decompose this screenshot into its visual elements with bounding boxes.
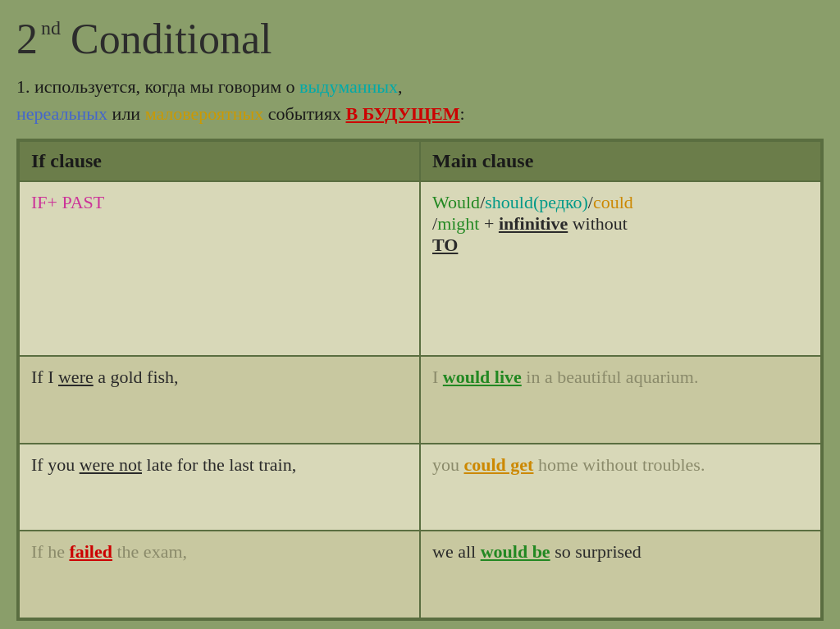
title-text: Conditional (71, 15, 272, 63)
table-row: If I were a gold fish, I would live in a… (19, 356, 821, 444)
desc-plain-1: 1. используется, когда мы говорим о (16, 76, 299, 97)
header-if-clause: If clause (19, 141, 420, 181)
table-header-row: If clause Main clause (19, 141, 821, 181)
title-number: 2 (16, 15, 38, 63)
were-not-text: were not (80, 454, 142, 475)
desc-colon: : (460, 103, 465, 124)
without-text: without (568, 213, 628, 234)
main-cell-4: we all would be so surprised (420, 531, 821, 618)
description-text: 1. используется, когда мы говорим о выду… (16, 73, 824, 127)
header-main-clause: Main clause (420, 141, 821, 181)
to-text: TO (432, 235, 458, 255)
could-get-text: could get (464, 454, 534, 475)
plus-text: + (479, 213, 498, 234)
grammar-table-wrapper: If clause Main clause IF+ PAST Would/sho… (16, 139, 824, 621)
exam-text: the exam, (112, 541, 187, 562)
desc-red-word: В БУДУЩЕМ (346, 103, 460, 124)
late-text: late for the last train, (142, 454, 296, 475)
table-row: IF+ PAST Would/should(редко)/could /migh… (19, 181, 821, 356)
if-cell-4: If he failed the exam, (19, 531, 420, 618)
table-row: If you were not late for the last train,… (19, 444, 821, 531)
desc-gold-word: маловероятных (145, 103, 264, 124)
could-text: could (593, 192, 633, 212)
title-superscript: nd (41, 18, 61, 38)
if-i-text: If I (31, 367, 58, 387)
if-he-text: If he (31, 541, 69, 562)
if-cell-3: If you were not late for the last train, (19, 444, 420, 531)
desc-cyan-word: выдуманных (299, 76, 398, 97)
aquarium-text-faded: in a beautiful aquarium. (522, 367, 699, 387)
should-text: should(редко) (485, 192, 588, 212)
surprised-text: so surprised (550, 541, 641, 562)
if-you-text: If you (31, 454, 80, 475)
were-text: were (58, 367, 94, 387)
if-past-label: IF+ PAST (31, 192, 104, 212)
we-all-text: we all (432, 541, 481, 562)
you-text-faded: you (432, 454, 464, 475)
gold-fish-text: a gold fish, (94, 367, 179, 387)
desc-plain-2: или (107, 103, 145, 124)
failed-text: failed (69, 541, 112, 562)
table-row: If he failed the exam, we all would be s… (19, 531, 821, 618)
might-text: might (437, 213, 479, 234)
would-live-text: would live (443, 367, 522, 387)
desc-comma: , (398, 76, 403, 97)
desc-plain-3: событиях (263, 103, 345, 124)
title-area: 2nd Conditional (16, 15, 824, 63)
would-text: Would (432, 192, 480, 212)
main-cell-2: I would live in a beautiful aquarium. (420, 356, 821, 444)
grammar-table: If clause Main clause IF+ PAST Would/sho… (18, 140, 822, 619)
if-cell-2: If I were a gold fish, (19, 356, 420, 444)
infinitive-text: infinitive (499, 213, 568, 234)
i-text-faded: I (432, 367, 443, 387)
would-be-text: would be (481, 541, 550, 562)
page-title: 2nd Conditional (16, 15, 824, 63)
if-cell-1: IF+ PAST (19, 181, 420, 356)
main-cell-3: you could get home without troubles. (420, 444, 821, 531)
main-container: 2nd Conditional 1. используется, когда м… (0, 0, 840, 629)
desc-blue-word: нереальных (16, 103, 107, 124)
main-cell-1: Would/should(редко)/could /might + infin… (420, 181, 821, 356)
home-text-faded: home without troubles. (533, 454, 705, 475)
